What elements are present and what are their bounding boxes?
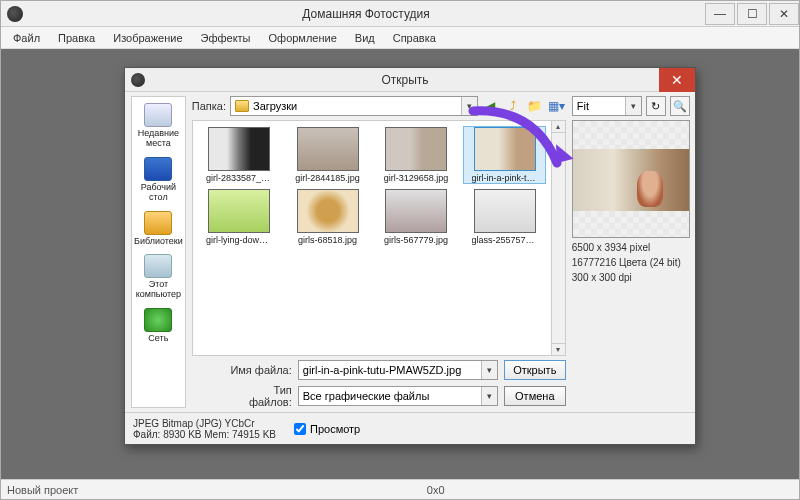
menu-Оформление[interactable]: Оформление <box>261 30 345 46</box>
place-item[interactable]: Недавние места <box>134 101 183 153</box>
file-fields: Имя файла: girl-in-a-pink-tutu-PMAW5ZD.j… <box>192 360 566 408</box>
thumbnail-image <box>385 189 447 233</box>
places-bar: Недавние местаРабочий столБиблиотекиЭтот… <box>131 96 186 408</box>
thumbnail-caption: girls-567779.jpg <box>384 235 448 245</box>
meta-dimensions: 6500 x 3934 pixel <box>572 242 690 253</box>
rotate-button[interactable]: ↻ <box>646 96 666 116</box>
memory-info: Файл: 8930 KB Mem: 74915 KB <box>133 429 276 440</box>
status-left: JPEG Bitmap (JPG) YCbCr Файл: 8930 KB Me… <box>133 418 276 440</box>
place-label: Библиотеки <box>134 237 183 247</box>
maximize-button[interactable]: ☐ <box>737 3 767 25</box>
thumbnail-image <box>474 189 536 233</box>
open-button[interactable]: Открыть <box>504 360 566 380</box>
file-thumbnail[interactable]: girl-lying-down-... <box>199 189 280 245</box>
workspace: Открыть ✕ Недавние местаРабочий столБибл… <box>1 49 799 479</box>
filetype-value: Все графические файлы <box>303 390 430 402</box>
close-button[interactable]: ✕ <box>769 3 799 25</box>
titlebar: Домашняя Фотостудия — ☐ ✕ <box>1 1 799 27</box>
dialog-title-bar: Открыть ✕ <box>125 68 695 92</box>
zoom-button[interactable]: 🔍 <box>670 96 690 116</box>
app-window: Домашняя Фотостудия — ☐ ✕ ФайлПравкаИзоб… <box>0 0 800 500</box>
dialog-close-button[interactable]: ✕ <box>659 68 695 92</box>
menu-Изображение[interactable]: Изображение <box>105 30 190 46</box>
place-label: Рабочий стол <box>134 183 183 203</box>
file-thumbnail[interactable]: girl-2844185.jpg <box>287 127 368 183</box>
chevron-down-icon: ▾ <box>481 361 497 379</box>
thumbnail-caption: girl-in-a-pink-tu... <box>472 173 538 183</box>
folder-label: Папка: <box>192 100 226 112</box>
thumbnail-grid: girl-2833587_192...girl-2844185.jpggirl-… <box>192 120 552 356</box>
statusbar: Новый проект 0x0 <box>1 479 799 499</box>
thumbnail-image <box>474 127 536 171</box>
thumbnail-caption: girl-2844185.jpg <box>295 173 360 183</box>
place-label: Сеть <box>148 334 168 344</box>
filename-value: girl-in-a-pink-tutu-PMAW5ZD.jpg <box>303 364 462 376</box>
menu-Вид[interactable]: Вид <box>347 30 383 46</box>
open-dialog: Открыть ✕ Недавние местаРабочий столБибл… <box>124 67 696 445</box>
thumbnail-caption: girls-68518.jpg <box>298 235 357 245</box>
preview-image <box>572 120 690 238</box>
back-icon[interactable]: ◀ <box>482 97 500 115</box>
thumbnail-image <box>297 189 359 233</box>
filename-input[interactable]: girl-in-a-pink-tutu-PMAW5ZD.jpg ▾ <box>298 360 498 380</box>
fit-value: Fit <box>577 100 589 112</box>
preview-toolbar: Fit ▾ ↻ 🔍 <box>572 96 690 116</box>
preview-panel: Fit ▾ ↻ 🔍 6500 x 3934 pixel 16777216 Цве… <box>572 96 690 408</box>
meta-colors: 16777216 Цвета (24 bit) <box>572 257 690 268</box>
up-icon[interactable]: ⤴ <box>504 97 522 115</box>
filename-label: Имя файла: <box>228 364 292 376</box>
scroll-down-icon[interactable]: ▾ <box>552 343 565 355</box>
fit-select[interactable]: Fit ▾ <box>572 96 642 116</box>
chevron-down-icon: ▾ <box>461 97 477 115</box>
file-thumbnail[interactable]: glass-2557577_1... <box>464 189 545 245</box>
file-thumbnail[interactable]: girls-567779.jpg <box>376 189 457 245</box>
file-thumbnail[interactable]: girl-2833587_192... <box>199 127 280 183</box>
chevron-down-icon: ▾ <box>625 97 641 115</box>
window-controls: — ☐ ✕ <box>703 3 799 25</box>
preview-content <box>573 149 689 211</box>
chevron-down-icon: ▾ <box>481 387 497 405</box>
place-label: Недавние места <box>134 129 183 149</box>
folder-combo[interactable]: Загрузки ▾ <box>230 96 478 116</box>
place-icon <box>144 308 172 332</box>
dialog-icon <box>131 73 145 87</box>
thumbnail-image <box>385 127 447 171</box>
place-icon <box>144 254 172 278</box>
preview-checkbox-input[interactable] <box>294 423 306 435</box>
place-icon <box>144 157 172 181</box>
place-item[interactable]: Библиотеки <box>134 209 183 251</box>
folder-icon <box>235 100 249 112</box>
view-mode-icon[interactable]: ▦▾ <box>548 97 566 115</box>
preview-checkbox[interactable]: Просмотр <box>294 423 360 435</box>
minimize-button[interactable]: — <box>705 3 735 25</box>
thumbnail-image <box>297 127 359 171</box>
menu-Справка[interactable]: Справка <box>385 30 444 46</box>
app-icon <box>7 6 23 22</box>
file-thumbnail[interactable]: girls-68518.jpg <box>287 189 368 245</box>
status-project: Новый проект <box>7 484 78 496</box>
filetype-select[interactable]: Все графические файлы ▾ <box>298 386 498 406</box>
app-title: Домашняя Фотостудия <box>29 7 703 21</box>
menu-Файл[interactable]: Файл <box>5 30 48 46</box>
thumbnail-caption: girl-lying-down-... <box>206 235 272 245</box>
file-area: Папка: Загрузки ▾ ◀ ⤴ 📁 ▦▾ girl-2833587_… <box>192 96 566 408</box>
place-icon <box>144 211 172 235</box>
scroll-up-icon[interactable]: ▴ <box>552 121 565 133</box>
place-item[interactable]: Рабочий стол <box>134 155 183 207</box>
new-folder-icon[interactable]: 📁 <box>526 97 544 115</box>
menu-Эффекты[interactable]: Эффекты <box>193 30 259 46</box>
dialog-body: Недавние местаРабочий столБиблиотекиЭтот… <box>125 92 695 412</box>
thumbnail-caption: girl-2833587_192... <box>206 173 272 183</box>
file-thumbnail[interactable]: girl-3129658.jpg <box>376 127 457 183</box>
file-thumbnail[interactable]: girl-in-a-pink-tu... <box>464 127 545 183</box>
status-dimensions: 0x0 <box>427 484 445 496</box>
cancel-button[interactable]: Отмена <box>504 386 566 406</box>
thumbnail-caption: glass-2557577_1... <box>472 235 538 245</box>
place-item[interactable]: Сеть <box>134 306 183 348</box>
preview-checkbox-label: Просмотр <box>310 423 360 435</box>
thumbnail-pane: girl-2833587_192...girl-2844185.jpggirl-… <box>192 120 566 356</box>
menu-Правка[interactable]: Правка <box>50 30 103 46</box>
folder-row: Папка: Загрузки ▾ ◀ ⤴ 📁 ▦▾ <box>192 96 566 116</box>
place-item[interactable]: Этот компьютер <box>134 252 183 304</box>
scrollbar[interactable]: ▴ ▾ <box>552 120 566 356</box>
